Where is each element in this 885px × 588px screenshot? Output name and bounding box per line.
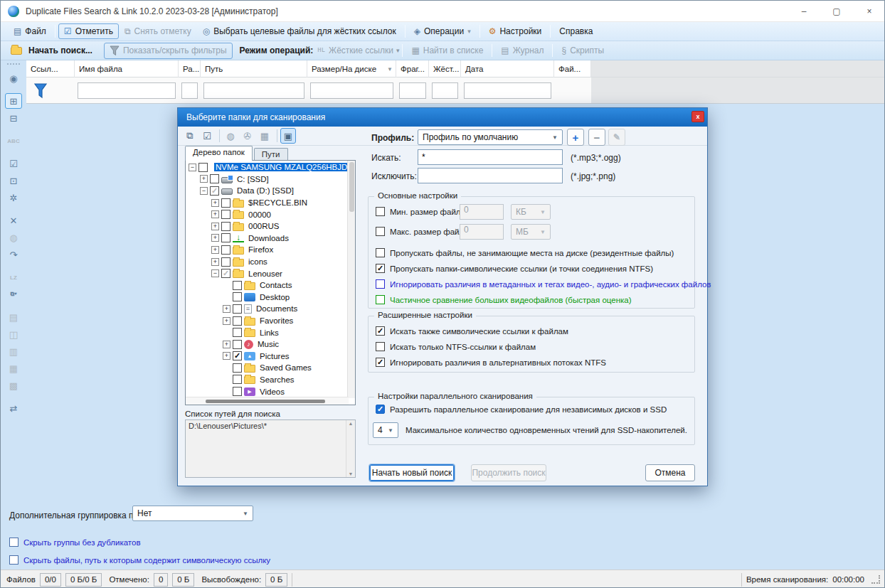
delete-marked-icon[interactable]: ✕ [5, 213, 22, 228]
cancel-button[interactable]: Отмена [645, 464, 695, 481]
resize-grip[interactable] [871, 575, 880, 584]
filter-input-5[interactable] [399, 82, 426, 99]
tree-item[interactable]: −NVMe SAMSUNG MZALQ256HBJD- [186, 161, 349, 173]
filmlist-2-icon[interactable]: ▥ [5, 343, 22, 359]
tree-item[interactable]: ▶Videos [186, 385, 349, 397]
column-header-4[interactable]: Размер/На диске▼ [307, 60, 396, 77]
column-header-5[interactable]: Фраг... [396, 60, 429, 77]
tree-item[interactable]: −✓Data (D:) [SSD] [186, 185, 349, 197]
filter-input-4[interactable] [310, 82, 393, 99]
parallel-scan-checkbox[interactable]: ✓ [376, 405, 385, 414]
tree-checkbox[interactable] [221, 222, 230, 231]
tree-item[interactable]: Saved Games [186, 362, 349, 374]
filmlist-4-icon[interactable]: ▩ [5, 378, 22, 393]
network-pc-icon[interactable]: ✇ [240, 128, 255, 144]
expand-icon[interactable]: + [200, 175, 208, 183]
scripts-button[interactable]: § Скрипты [556, 43, 610, 58]
tree-checkbox[interactable] [221, 198, 230, 208]
add-profile-button[interactable]: + [567, 129, 584, 146]
rename-abc-icon[interactable]: ABC [5, 133, 22, 149]
expand-icon[interactable]: + [223, 352, 230, 360]
tree-checkbox[interactable] [221, 245, 230, 255]
tree-checkbox[interactable] [221, 210, 230, 219]
scroll-down-icon[interactable]: ▼ [349, 471, 354, 476]
tree-item[interactable]: +Firefox [186, 244, 349, 256]
filter-input-2[interactable] [181, 82, 198, 99]
expand-icon[interactable]: + [223, 341, 230, 348]
scroll-up-icon[interactable]: ▲ [349, 421, 354, 426]
tree-item[interactable]: +✓▲Pictures [186, 351, 349, 363]
close-button[interactable]: × [853, 1, 885, 22]
column-header-1[interactable]: Имя файла [75, 60, 179, 77]
copy-pages-icon[interactable]: ⧉ [182, 128, 198, 144]
filmlist-filter-icon[interactable]: ◫ [5, 326, 22, 342]
filter-input-3[interactable] [203, 82, 304, 99]
tree-vertical-scrollbar[interactable] [347, 161, 355, 398]
tree-checkbox[interactable] [233, 328, 242, 337]
threads-combobox[interactable]: 4 ▼ [373, 422, 398, 438]
swap-marks-icon[interactable]: ⇄ [5, 400, 22, 416]
tree-item[interactable]: Contacts [186, 279, 349, 292]
tree-item[interactable]: +$RECYCLE.BIN [186, 197, 349, 209]
tree-item[interactable]: +000RUS [186, 220, 349, 232]
tree-horizontal-scrollbar[interactable] [186, 397, 349, 405]
menu-item-mark[interactable]: ☑Отметить [58, 23, 119, 39]
tree-item[interactable]: −✓Lenouser [186, 267, 349, 279]
mark-new-icon[interactable]: ✲ [5, 190, 22, 205]
start-search-button[interactable]: Начать поиск... [5, 43, 98, 58]
local-drives-icon[interactable]: ▣ [280, 128, 296, 144]
hide-groups-checkbox[interactable] [9, 538, 18, 547]
tree-item[interactable]: +C: [SSD] [186, 173, 349, 186]
lz-compress-icon[interactable]: LZ [5, 269, 22, 285]
filter-input-7[interactable] [464, 82, 551, 99]
dialog-close-button[interactable]: x [691, 111, 704, 122]
max-size-unit-combobox[interactable]: МБ ▼ [511, 224, 551, 240]
tree-checkbox[interactable] [233, 316, 242, 326]
mark-by-list-icon[interactable]: ☑ [5, 156, 22, 171]
collapse-icon[interactable]: − [189, 164, 196, 171]
basic-check-checkbox-0[interactable] [376, 248, 385, 257]
tree-checkbox[interactable]: ✓ [210, 186, 219, 196]
filmlist-3-icon[interactable]: ▦ [5, 360, 22, 376]
tree-checkbox[interactable] [210, 174, 219, 183]
tree-item[interactable]: +≡Documents [186, 303, 349, 315]
tree-checkbox[interactable] [198, 163, 208, 172]
toggle-filters-button[interactable]: Показать/скрыть фильтры [104, 43, 233, 59]
tree-checkbox[interactable] [233, 363, 242, 373]
min-size-checkbox[interactable] [376, 207, 385, 216]
copy-menu-icon[interactable]: ⧉▾ [5, 287, 22, 302]
web-check-icon[interactable]: ◍ [5, 230, 22, 245]
min-size-input[interactable]: 0 [460, 204, 504, 220]
mark-group-minus-icon[interactable]: ⊟ [5, 110, 22, 126]
find-in-list-button[interactable]: ▦ Найти в списке [406, 43, 489, 58]
menu-item-settings[interactable]: ⚙Настройки [483, 23, 548, 39]
expand-icon[interactable]: + [223, 305, 230, 313]
paths-scrollbar[interactable]: ▲▼ [346, 420, 355, 477]
tree-checkbox[interactable] [233, 281, 242, 290]
move-marked-icon[interactable]: ↷ [5, 247, 22, 262]
expand-icon[interactable]: + [211, 234, 219, 242]
path-list-item[interactable]: D:\Lenouser\Pictures\* [186, 420, 355, 432]
max-size-input[interactable]: 0 [460, 224, 504, 240]
tree-checkbox[interactable]: ✓ [233, 351, 242, 360]
basic-check-checkbox-1[interactable]: ✓ [376, 264, 385, 273]
expand-icon[interactable]: + [211, 246, 219, 254]
tree-item[interactable]: Searches [186, 374, 349, 386]
extra-grouping-combobox[interactable]: Нет ▼ [132, 506, 253, 521]
continue-search-button[interactable]: Продолжить поиск [471, 464, 546, 481]
column-header-0[interactable]: Ссыл... [26, 60, 75, 77]
advanced-check-checkbox-1[interactable] [376, 342, 385, 351]
tree-item[interactable]: +Favorites [186, 315, 349, 327]
menu-item-help[interactable]: Справка [553, 23, 598, 39]
operation-mode-value[interactable]: Жёсткие ссылки [329, 46, 393, 55]
tree-checkbox[interactable] [233, 292, 242, 301]
scrollbar-thumb[interactable] [206, 400, 325, 403]
check-all-icon[interactable]: ☑ [199, 128, 215, 144]
tree-item[interactable]: Links [186, 326, 349, 338]
edit-profile-button[interactable]: ✎ [608, 129, 625, 146]
filter-input-1[interactable] [78, 82, 176, 99]
tree-checkbox[interactable] [233, 387, 242, 396]
column-header-3[interactable]: Путь [201, 60, 307, 77]
remove-profile-button[interactable]: − [588, 129, 605, 146]
save-list-icon[interactable]: ▦ [257, 128, 272, 144]
